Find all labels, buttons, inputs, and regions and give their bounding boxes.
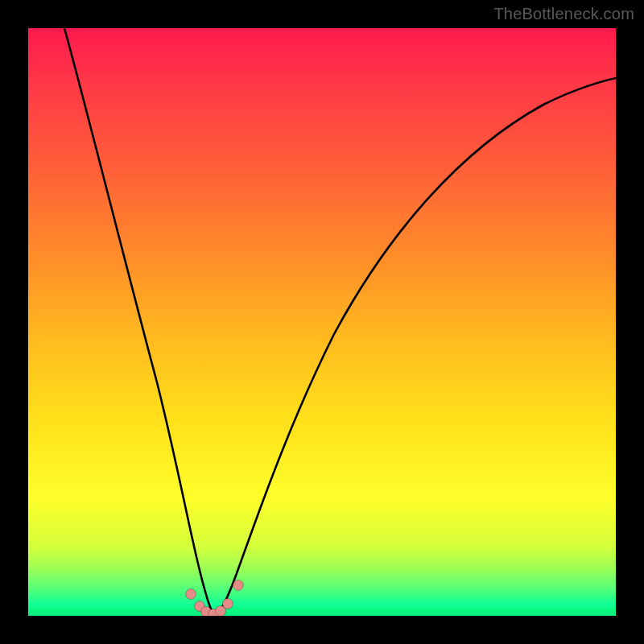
- bottleneck-curve: [64, 28, 616, 616]
- plot-area: [28, 28, 616, 616]
- marker-dot: [186, 589, 196, 600]
- chart-frame: TheBottleneck.com: [0, 0, 644, 644]
- marker-dot: [233, 580, 244, 591]
- watermark-text: TheBottleneck.com: [493, 5, 634, 23]
- curve-layer: [28, 28, 616, 616]
- marker-dot: [223, 599, 233, 609]
- marker-group: [186, 580, 244, 617]
